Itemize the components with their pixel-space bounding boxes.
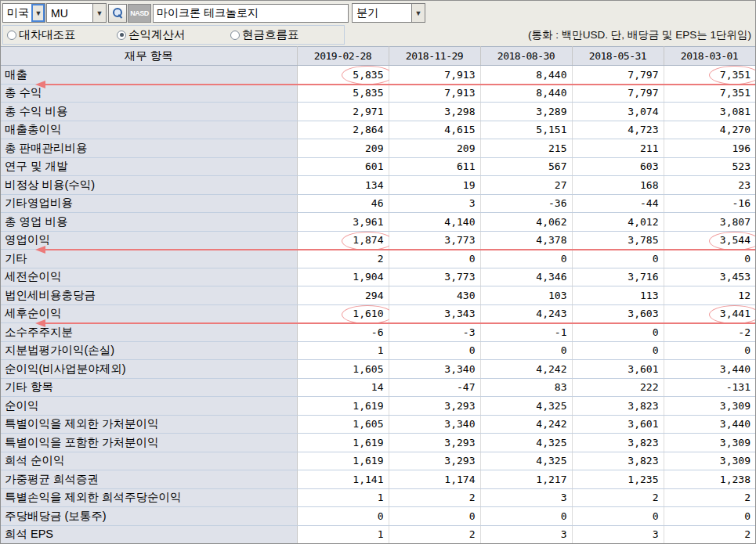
cell-value: 430 — [389, 286, 480, 305]
cell-value: -2 — [664, 323, 755, 342]
cell-value: 3,293 — [389, 397, 480, 416]
radio-icon[interactable] — [230, 31, 240, 40]
row-label: 기타영업비용 — [1, 194, 297, 213]
value-text: 2 — [378, 253, 384, 265]
radio-income-statement-label: 손익계산서 — [128, 27, 186, 42]
circled-value: 3,441 — [720, 308, 751, 319]
radio-income-statement[interactable]: 손익계산서 — [117, 27, 230, 42]
table-row: 매출5,8357,9138,4407,7977,351 — [1, 66, 755, 85]
financial-statement-grid: 재무 항목2019-02-282018-11-292018-08-302018-… — [1, 46, 755, 543]
value-text: 0 — [378, 510, 384, 522]
value-text: 3,807 — [720, 216, 751, 228]
value-text: -6 — [371, 326, 384, 338]
value-text: 3,453 — [720, 271, 751, 283]
value-text: 4,242 — [536, 363, 566, 375]
value-text: 46 — [371, 197, 384, 209]
cell-value: 8,440 — [480, 84, 572, 103]
value-text: 7,797 — [628, 69, 658, 81]
value-text: 4,243 — [536, 308, 566, 319]
search-button[interactable] — [108, 4, 127, 23]
ticker-select[interactable]: MU ▼ — [46, 3, 107, 23]
value-text: 4,346 — [536, 271, 566, 283]
value-text: 103 — [548, 290, 566, 301]
value-text: 3,823 — [628, 437, 658, 449]
chevron-down-icon[interactable]: ▼ — [92, 4, 106, 22]
row-label: 매출 — [1, 66, 297, 85]
value-text: 4,012 — [628, 216, 658, 228]
radio-balance-sheet[interactable]: 대차대조표 — [7, 27, 117, 42]
cell-value: 3,773 — [389, 268, 480, 286]
value-text: 4,325 — [536, 455, 566, 467]
cell-value: 222 — [572, 378, 664, 397]
value-text: 2 — [744, 528, 751, 540]
cell-value: 0 — [389, 250, 480, 268]
cell-value: 1,217 — [480, 470, 572, 489]
value-text: -44 — [640, 197, 658, 209]
value-text: 0 — [469, 253, 476, 265]
company-name-input[interactable] — [153, 4, 349, 23]
table-row: 기타20000 — [1, 250, 755, 268]
row-label: 희석 순이익 — [1, 452, 297, 470]
row-label: 영업이익 — [1, 231, 297, 250]
value-text: 2,864 — [353, 124, 383, 135]
value-text: 27 — [555, 179, 567, 191]
cell-value: -1 — [480, 323, 572, 342]
value-text: 1 — [378, 492, 384, 503]
cell-value: 0 — [664, 250, 755, 268]
cell-value: 1,235 — [572, 470, 664, 489]
cell-value: 19 — [389, 176, 480, 195]
cell-value: 4,242 — [480, 360, 572, 379]
row-label: 주당배당금 (보통주) — [1, 507, 297, 526]
country-select[interactable]: 미국 ▼ — [2, 3, 45, 23]
cell-value: 7,351 — [664, 66, 755, 85]
value-text: 19 — [463, 179, 476, 191]
cell-value: 1,141 — [297, 470, 389, 489]
value-text: 3,293 — [444, 400, 475, 412]
row-label: 세후순이익 — [1, 304, 297, 323]
cell-value: 3,309 — [664, 397, 755, 416]
value-text: 4,723 — [628, 124, 658, 135]
cell-value: 3,340 — [389, 415, 480, 434]
radio-cash-flow[interactable]: 현금흐름표 — [230, 27, 340, 42]
table-row: 특별이익을 제외한 가처분이익1,6053,3404,2423,6013,440 — [1, 415, 755, 434]
value-text: 8,440 — [536, 69, 566, 81]
value-text: 3,601 — [628, 418, 658, 430]
value-text: 3,603 — [628, 308, 658, 319]
row-label: 특별이익을 포함한 가처분이익 — [1, 434, 297, 452]
value-text: 7,913 — [444, 69, 475, 81]
value-text: 4,062 — [536, 216, 566, 228]
value-text: 3,081 — [720, 106, 751, 117]
value-text: 3,340 — [444, 363, 475, 375]
cell-value: 1,874 — [297, 231, 389, 250]
chevron-down-icon[interactable]: ▼ — [31, 4, 45, 22]
row-label: 가중평균 희석증권 — [1, 470, 297, 489]
value-text: 1,605 — [353, 418, 383, 430]
radio-icon[interactable] — [117, 31, 126, 40]
cell-value: 3,807 — [664, 213, 755, 232]
value-text: 12 — [738, 290, 751, 301]
chevron-down-icon[interactable]: ▼ — [411, 4, 425, 22]
value-text: 113 — [640, 290, 658, 301]
cell-value: 5,835 — [297, 66, 389, 85]
value-text: 0 — [653, 344, 659, 356]
period-select[interactable]: 분기 ▼ — [352, 3, 425, 23]
value-text: 2 — [744, 492, 751, 503]
table-row: 연구 및 개발601611567603523 — [1, 157, 755, 176]
cell-value: 3,298 — [389, 103, 480, 121]
radio-icon[interactable] — [7, 31, 16, 40]
header-cell-date: 2018-08-30 — [480, 47, 572, 66]
header-cell-date: 2018-03-01 — [664, 47, 755, 66]
cell-value: 567 — [480, 157, 572, 176]
cell-value: -6 — [297, 323, 389, 342]
value-text: 5,151 — [536, 124, 566, 135]
row-label: 총 수익 비용 — [1, 103, 297, 121]
cell-value: -36 — [480, 194, 572, 213]
circled-value: 1,874 — [353, 234, 383, 246]
value-text: 1,235 — [628, 474, 658, 485]
value-text: 3,773 — [444, 234, 475, 246]
cell-value: 4,062 — [480, 213, 572, 232]
value-text: 8,440 — [536, 87, 566, 99]
value-text: -1 — [555, 326, 567, 338]
cell-value: 3,289 — [480, 103, 572, 121]
cell-value: 7,913 — [389, 84, 480, 103]
